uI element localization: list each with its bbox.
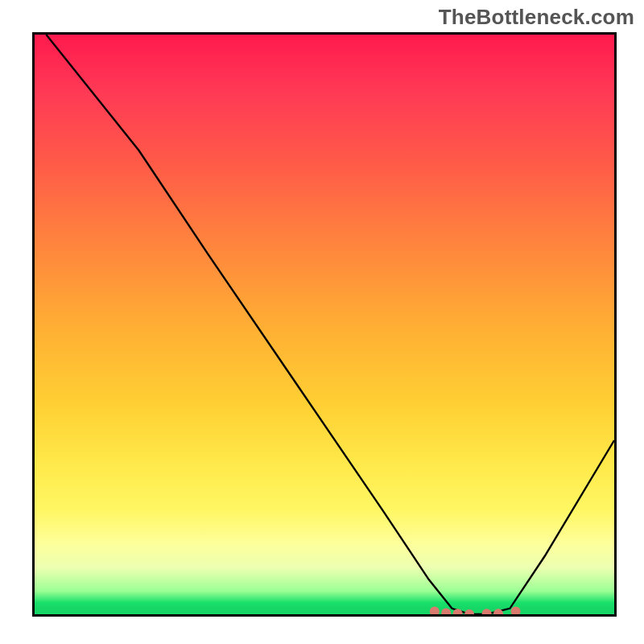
plot-area	[32, 32, 617, 617]
marker-dot	[511, 606, 521, 614]
chart-container: TheBottleneck.com	[0, 0, 644, 644]
marker-dot	[464, 609, 474, 614]
curve-layer	[35, 35, 614, 614]
marker-group	[430, 606, 521, 614]
watermark-text: TheBottleneck.com	[439, 5, 634, 30]
marker-dot	[430, 606, 440, 614]
marker-dot	[441, 609, 451, 614]
marker-dot	[482, 609, 492, 614]
bottleneck-curve-path	[46, 35, 614, 614]
